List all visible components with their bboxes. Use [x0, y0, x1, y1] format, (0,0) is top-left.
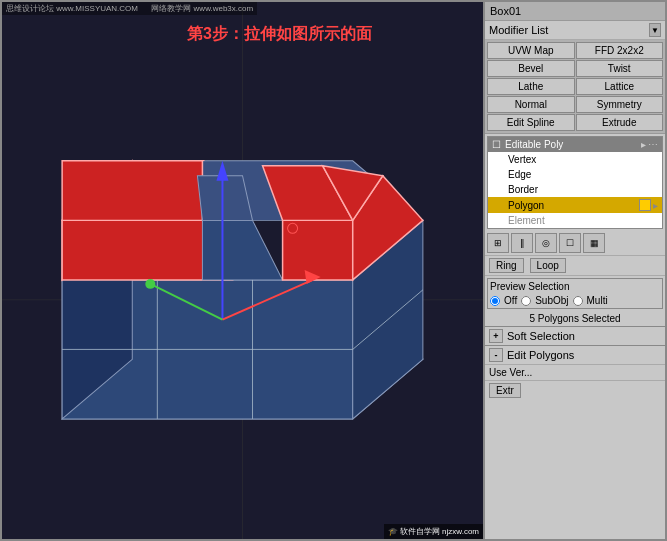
status-text: 5 Polygons Selected — [485, 311, 665, 326]
app-container: 思维设计论坛 www.MISSYUAN.COM 网络教学网 www.web3x.… — [0, 0, 667, 541]
watermark-left-text: 思维设计论坛 www.MISSYUAN.COM — [6, 4, 138, 13]
polygon-label: Polygon — [508, 200, 544, 211]
tree-checkbox: ☐ — [492, 139, 501, 150]
tree-polygon[interactable]: Polygon ▸ — [488, 197, 662, 213]
preview-off-label: Off — [504, 295, 517, 306]
object-name-field[interactable]: Box01 — [485, 2, 665, 21]
extrude-btn[interactable]: Extrude — [576, 114, 664, 131]
edit-polygons-toggle[interactable]: - — [489, 348, 503, 362]
editable-poly-label: Editable Poly — [501, 139, 641, 150]
tree-expand-icon: ▸ — [641, 139, 646, 150]
tree-element[interactable]: Element — [488, 213, 662, 228]
viewport: 思维设计论坛 www.MISSYUAN.COM 网络教学网 www.web3x.… — [2, 2, 485, 539]
tree-view: ☐ Editable Poly ▸ ⋯ Vertex Edge Border P… — [487, 136, 663, 229]
tree-header: ☐ Editable Poly ▸ ⋯ — [488, 137, 662, 152]
object-name-text: Box01 — [490, 5, 521, 17]
tree-dots-icon: ⋯ — [648, 139, 658, 150]
forum-watermark: 思维设计论坛 www.MISSYUAN.COM 网络教学网 www.web3x.… — [2, 2, 257, 15]
preview-selection-group: Preview Selection Off SubObj Multi — [487, 278, 663, 309]
svg-point-23 — [288, 223, 298, 233]
modifier-list-row: Modifier List ▼ — [485, 21, 665, 40]
tree-vertex[interactable]: Vertex — [488, 152, 662, 167]
extr-row: Extr — [485, 380, 665, 400]
toolbar-icons-row: ⊞ ‖ ◎ ☐ ▦ — [485, 231, 665, 256]
right-panel: Box01 Modifier List ▼ UVW Map FFD 2x2x2 … — [485, 2, 665, 539]
use-ver-text: Use Ver... — [489, 367, 532, 378]
grid-icon-btn[interactable]: ▦ — [583, 233, 605, 253]
edit-polygons-label: Edit Polygons — [507, 349, 574, 361]
element-label: Element — [508, 215, 545, 226]
svg-marker-12 — [62, 161, 202, 221]
extr-button[interactable]: Extr — [489, 383, 521, 398]
preview-multi-label: Multi — [587, 295, 608, 306]
svg-point-29 — [145, 279, 155, 289]
preview-off-radio[interactable] — [490, 296, 500, 306]
move-icon-btn[interactable]: ‖ — [511, 233, 533, 253]
ring-button[interactable]: Ring — [489, 258, 524, 273]
use-ver-row: Use Ver... — [485, 364, 665, 380]
ffd-btn[interactable]: FFD 2x2x2 — [576, 42, 664, 59]
svg-marker-14 — [197, 176, 252, 221]
modifier-list-label: Modifier List — [489, 24, 649, 36]
box-icon-btn[interactable]: ☐ — [559, 233, 581, 253]
lathe-btn[interactable]: Lathe — [487, 78, 575, 95]
select-icon-btn[interactable]: ◎ — [535, 233, 557, 253]
preview-subobj-label: SubObj — [535, 295, 568, 306]
preview-selection-title: Preview Selection — [490, 281, 660, 292]
soft-selection-section[interactable]: + Soft Selection — [485, 326, 665, 345]
twist-btn[interactable]: Twist — [576, 60, 664, 77]
edit-spline-btn[interactable]: Edit Spline — [487, 114, 575, 131]
edge-label: Edge — [508, 169, 531, 180]
vertex-label: Vertex — [508, 154, 536, 165]
settings-icon-btn[interactable]: ⊞ — [487, 233, 509, 253]
polygon-box-icon — [639, 199, 651, 211]
preview-subobj-radio[interactable] — [521, 296, 531, 306]
bevel-btn[interactable]: Bevel — [487, 60, 575, 77]
logo-text: 🎓 软件自学网 njzxw.com — [388, 527, 479, 536]
preview-multi-radio[interactable] — [573, 296, 583, 306]
modifier-list-dropdown[interactable]: ▼ — [649, 23, 661, 37]
ring-loop-row: Ring Loop — [485, 256, 665, 276]
soft-selection-toggle[interactable]: + — [489, 329, 503, 343]
modifier-buttons: UVW Map FFD 2x2x2 Bevel Twist Lathe Latt… — [485, 40, 665, 134]
3d-scene — [2, 2, 483, 539]
uvw-map-btn[interactable]: UVW Map — [487, 42, 575, 59]
preview-radio-row: Off SubObj Multi — [490, 295, 660, 306]
symmetry-btn[interactable]: Symmetry — [576, 96, 664, 113]
step-text: 第3步：拉伸如图所示的面 — [187, 24, 372, 45]
lattice-btn[interactable]: Lattice — [576, 78, 664, 95]
edit-polygons-section[interactable]: - Edit Polygons — [485, 345, 665, 364]
border-label: Border — [508, 184, 538, 195]
soft-selection-label: Soft Selection — [507, 330, 575, 342]
normal-btn[interactable]: Normal — [487, 96, 575, 113]
watermark-right-text: 网络教学网 www.web3x.com — [151, 4, 253, 13]
tree-edge[interactable]: Edge — [488, 167, 662, 182]
polygon-expand-icon: ▸ — [653, 200, 658, 211]
logo-watermark: 🎓 软件自学网 njzxw.com — [384, 524, 483, 539]
loop-button[interactable]: Loop — [530, 258, 566, 273]
tree-border[interactable]: Border — [488, 182, 662, 197]
